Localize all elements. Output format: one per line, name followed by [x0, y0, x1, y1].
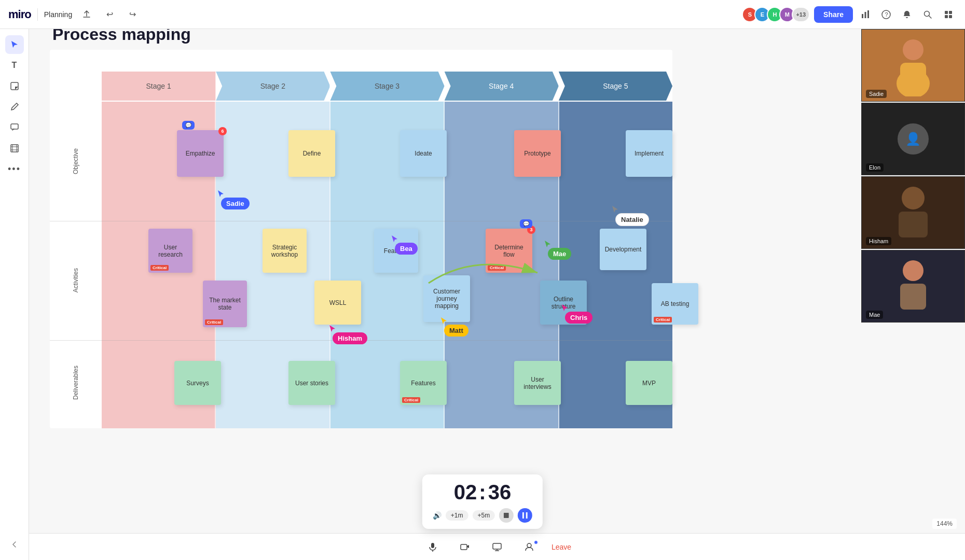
ideate-sticky[interactable]: Ideate: [400, 130, 447, 177]
board-name: Planning: [44, 10, 73, 19]
svg-rect-25: [900, 284, 926, 310]
implement-sticky[interactable]: Implement: [626, 130, 672, 177]
svg-rect-0: [862, 14, 863, 18]
timer-stop-button[interactable]: [499, 508, 514, 523]
comment-icon: 💬: [182, 121, 195, 130]
sticky-tool-button[interactable]: [5, 77, 24, 95]
user-stories-sticky[interactable]: User stories: [288, 361, 335, 405]
header-separator: [37, 8, 38, 21]
hisham-label: Hisham: [333, 332, 367, 344]
market-state-sticky[interactable]: The market state Critical: [203, 281, 247, 327]
row-divider-1: [50, 221, 672, 221]
svg-point-35: [527, 543, 531, 548]
mae-video-label: Mae: [866, 311, 883, 319]
determine-flow-comment: 💬: [520, 219, 532, 228]
bea-label: Bea: [395, 243, 418, 255]
search-icon-button[interactable]: [919, 6, 936, 23]
mae-video-panel[interactable]: Mae: [861, 250, 965, 323]
board: Process mapping Stage 1 Stage 2 Stage 3: [50, 50, 672, 428]
timer-plus1-button[interactable]: +1m: [446, 510, 468, 521]
user-interviews-sticky[interactable]: User interviews: [514, 361, 561, 405]
define-sticky[interactable]: Define: [288, 130, 335, 177]
share-button[interactable]: Share: [814, 6, 853, 23]
leave-button[interactable]: Leave: [552, 543, 571, 551]
header-right: S E H M +13 Share ?: [742, 6, 957, 23]
prototype-sticky[interactable]: Prototype: [514, 130, 561, 177]
svg-rect-28: [526, 512, 528, 519]
hisham-video-label: Hisham: [866, 237, 891, 245]
svg-rect-23: [899, 212, 928, 237]
market-state-critical: Critical: [205, 319, 223, 325]
natalie-label: Natalie: [615, 213, 649, 226]
stage2-header: Stage 2: [216, 72, 330, 101]
surveys-sticky[interactable]: Surveys: [174, 361, 221, 405]
video-panels: Sadie 👤 Elon Hisham Mae: [861, 29, 965, 323]
svg-rect-26: [504, 513, 509, 518]
development-sticky[interactable]: Development: [600, 229, 646, 270]
svg-rect-2: [867, 10, 869, 18]
stage1-header: Stage 1: [102, 72, 216, 101]
stage-headers: Stage 1 Stage 2 Stage 3 Stage 4 Stage 5: [102, 72, 672, 101]
wsll-sticky[interactable]: WSLL: [314, 281, 361, 325]
svg-rect-13: [11, 145, 18, 152]
timer-pause-button[interactable]: [518, 508, 532, 523]
collaborator-avatars: S E H M +13: [742, 7, 810, 22]
svg-rect-9: [945, 15, 948, 18]
empathize-sticky[interactable]: Empathize 6 💬: [177, 130, 224, 177]
timer-seconds: 36: [488, 481, 512, 504]
svg-rect-27: [522, 512, 524, 519]
more-tools-button[interactable]: •••: [5, 160, 24, 178]
text-tool-button[interactable]: T: [5, 56, 24, 75]
undo-button[interactable]: ↩: [101, 6, 118, 23]
share-screen-button[interactable]: [487, 539, 507, 555]
grid-icon-button[interactable]: [940, 6, 957, 23]
matt-label: Matt: [444, 325, 468, 337]
notification-icon-button[interactable]: [899, 6, 915, 23]
analytics-icon-button[interactable]: [857, 6, 874, 23]
left-sidebar: T •••: [0, 29, 29, 560]
green-arrow: [413, 242, 558, 304]
sadie-video-panel[interactable]: Sadie: [861, 29, 965, 102]
mvp-sticky[interactable]: MVP: [626, 361, 672, 405]
svg-rect-11: [11, 82, 18, 90]
collapse-sidebar-button[interactable]: [5, 535, 24, 554]
user-research-sticky[interactable]: User research Critical: [148, 229, 192, 273]
elon-video-panel[interactable]: 👤 Elon: [861, 103, 965, 175]
svg-rect-31: [461, 544, 467, 550]
svg-rect-21: [900, 63, 926, 89]
stage5-header: Stage 5: [559, 72, 672, 101]
redo-button[interactable]: ↪: [124, 6, 141, 23]
timer-display: 02 : 36: [454, 481, 511, 504]
ab-testing-sticky[interactable]: AB testing Critical: [652, 283, 698, 325]
svg-text:?: ?: [885, 11, 888, 18]
pen-tool-button[interactable]: [5, 97, 24, 116]
mae-label: Mae: [548, 248, 571, 260]
svg-line-6: [929, 16, 932, 18]
camera-button[interactable]: [455, 539, 475, 555]
svg-rect-1: [865, 12, 866, 18]
upload-button[interactable]: [78, 6, 95, 23]
elon-video-label: Elon: [866, 163, 884, 172]
timer-plus5-button[interactable]: +5m: [473, 510, 495, 521]
microphone-button[interactable]: [423, 539, 443, 555]
zoom-indicator: 144%: [932, 519, 957, 529]
comment-tool-button[interactable]: [5, 118, 24, 137]
help-icon-button[interactable]: ?: [878, 6, 894, 23]
timer-controls: 🔊 +1m +5m: [433, 508, 532, 523]
critical-badge: Critical: [150, 265, 169, 271]
participants-button[interactable]: [519, 539, 539, 555]
participant-notification-dot: [534, 540, 538, 544]
timer-colon: :: [479, 481, 486, 504]
avatar-count: +13: [792, 7, 810, 22]
frame-tool-button[interactable]: [5, 139, 24, 158]
timer-sound-icon[interactable]: 🔊: [433, 511, 442, 520]
select-tool-button[interactable]: [5, 35, 24, 54]
svg-rect-12: [11, 124, 18, 129]
strategic-workshop-sticky[interactable]: Strategic workshop: [263, 229, 307, 273]
stage4-header: Stage 4: [445, 72, 559, 101]
ab-testing-critical: Critical: [654, 317, 672, 323]
deliverables-row-label: Deliverables: [50, 340, 102, 426]
header: miro Planning ↩ ↪ S E H M +13 Share ?: [0, 0, 965, 29]
hisham-video-panel[interactable]: Hisham: [861, 176, 965, 249]
features-deliverable-sticky[interactable]: Features Critical: [400, 361, 447, 405]
